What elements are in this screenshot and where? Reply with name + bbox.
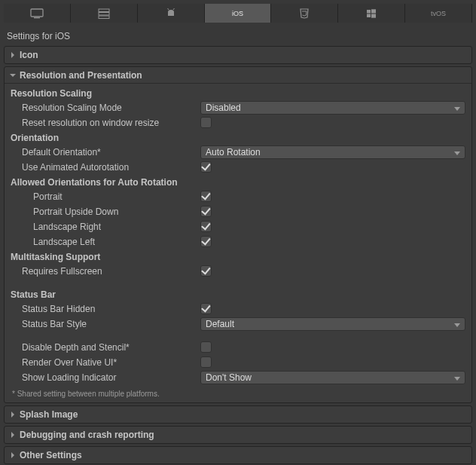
checkbox-portrait-upside-down[interactable] <box>200 206 212 217</box>
chevron-right-icon <box>9 451 17 459</box>
tab-webgl[interactable] <box>271 4 338 23</box>
settings-title: Settings for iOS <box>4 29 472 46</box>
panel-debugging: Debugging and crash reporting <box>4 426 472 444</box>
platform-tab-bar: iOS tvOS <box>4 4 472 23</box>
chevron-right-icon <box>9 431 17 439</box>
label-portrait-upside-down: Portrait Upside Down <box>11 206 200 217</box>
label-use-animated-autorotation: Use Animated Autorotation <box>11 162 200 173</box>
dropdown-value: Disabled <box>206 102 241 113</box>
dropdown-value: Don't Show <box>206 372 252 383</box>
panel-splash-title: Splash Image <box>20 409 78 420</box>
dropdown-value: Default <box>206 319 234 329</box>
panel-resolution-title: Resolution and Presentation <box>20 70 142 81</box>
panel-icon-header[interactable]: Icon <box>5 47 471 63</box>
section-resolution-scaling: Resolution Scaling <box>11 88 465 99</box>
label-reset-on-resize: Reset resolution on window resize <box>11 118 200 128</box>
monitor-icon <box>30 8 44 19</box>
dropdown-show-loading-indicator[interactable]: Don't Show <box>200 371 465 384</box>
tab-android[interactable] <box>138 4 205 23</box>
label-portrait: Portrait <box>11 191 200 202</box>
tab-tvos[interactable]: tvOS <box>405 4 472 23</box>
panel-splash: Splash Image <box>4 405 472 424</box>
dropdown-status-bar-style[interactable]: Default <box>200 317 465 331</box>
panel-resolution-header[interactable]: Resolution and Presentation <box>5 67 471 84</box>
label-disable-depth-stencil: Disable Depth and Stencil* <box>11 342 200 353</box>
label-default-orientation: Default Orientation* <box>11 147 200 158</box>
panel-resolution: Resolution and Presentation Resolution S… <box>4 66 472 403</box>
panel-other-title: Other Settings <box>20 450 82 460</box>
svg-rect-0 <box>31 9 43 17</box>
shared-settings-footnote: * Shared setting between multiple platfo… <box>11 385 465 398</box>
ios-tab-label: iOS <box>232 10 243 17</box>
svg-rect-4 <box>99 16 109 19</box>
svg-rect-7 <box>367 10 371 14</box>
chevron-down-icon <box>454 147 460 158</box>
label-requires-fullscreen: Requires Fullscreen <box>11 266 200 277</box>
svg-rect-9 <box>367 14 371 17</box>
dropdown-default-orientation[interactable]: Auto Rotation <box>200 145 465 159</box>
server-icon <box>98 8 110 19</box>
section-status-bar: Status Bar <box>11 289 465 300</box>
svg-line-6 <box>173 8 175 10</box>
label-render-over-native-ui: Render Over Native UI* <box>11 357 200 368</box>
svg-rect-10 <box>371 14 376 17</box>
svg-rect-1 <box>34 17 40 18</box>
tab-standalone[interactable] <box>4 4 71 23</box>
dropdown-value: Auto Rotation <box>206 147 261 158</box>
checkbox-use-animated-autorotation[interactable] <box>200 161 212 173</box>
section-allowed-orientations: Allowed Orientations for Auto Rotation <box>11 177 465 188</box>
chevron-down-icon <box>454 102 460 113</box>
label-status-bar-hidden: Status Bar Hidden <box>11 304 200 314</box>
svg-rect-8 <box>371 9 376 13</box>
label-landscape-right: Landscape Right <box>11 222 200 232</box>
svg-rect-2 <box>99 9 109 12</box>
dropdown-resolution-scaling-mode[interactable]: Disabled <box>200 101 465 115</box>
checkbox-render-over-native-ui[interactable] <box>200 356 212 368</box>
checkbox-requires-fullscreen[interactable] <box>200 265 212 277</box>
label-show-loading-indicator: Show Loading Indicator <box>11 372 200 383</box>
panel-debugging-title: Debugging and crash reporting <box>20 430 154 440</box>
tab-server[interactable] <box>71 4 138 23</box>
checkbox-reset-on-resize[interactable] <box>200 117 212 128</box>
chevron-right-icon <box>9 411 17 418</box>
tab-windows[interactable] <box>338 4 405 23</box>
windows-icon <box>366 8 377 19</box>
chevron-down-icon <box>454 319 460 329</box>
panel-debugging-header[interactable]: Debugging and crash reporting <box>5 427 471 443</box>
panel-icon-title: Icon <box>20 50 38 60</box>
checkbox-status-bar-hidden[interactable] <box>200 303 212 314</box>
panel-other: Other Settings <box>4 446 472 464</box>
label-landscape-left: Landscape Left <box>11 237 200 247</box>
tvos-tab-label: tvOS <box>431 10 446 17</box>
chevron-down-icon <box>9 72 17 79</box>
checkbox-portrait[interactable] <box>200 191 212 202</box>
html5-icon <box>300 8 309 19</box>
chevron-right-icon <box>9 51 17 59</box>
svg-rect-3 <box>99 12 109 15</box>
checkbox-landscape-right[interactable] <box>200 221 212 232</box>
section-orientation: Orientation <box>11 133 465 143</box>
panel-other-header[interactable]: Other Settings <box>5 447 471 463</box>
chevron-down-icon <box>454 372 460 383</box>
checkbox-disable-depth-stencil[interactable] <box>200 341 212 353</box>
section-multitasking: Multitasking Support <box>11 252 465 262</box>
checkbox-landscape-left[interactable] <box>200 236 212 247</box>
panel-icon: Icon <box>4 46 472 64</box>
panel-splash-header[interactable]: Splash Image <box>5 406 471 423</box>
label-resolution-scaling-mode: Resolution Scaling Mode <box>11 102 200 113</box>
tab-ios[interactable]: iOS <box>205 4 272 23</box>
android-icon <box>166 8 176 19</box>
svg-line-5 <box>167 8 169 10</box>
label-status-bar-style: Status Bar Style <box>11 319 200 329</box>
